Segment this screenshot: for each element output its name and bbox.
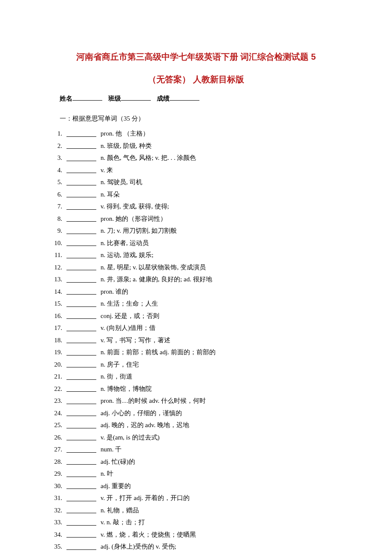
item-list: 1.pron. 他 （主格）2.n. 班级, 阶级, 种类3.n. 颜色, 气色… xyxy=(51,129,341,552)
item-definition: v. n. 敲；击；打 xyxy=(101,517,145,527)
answer-blank[interactable] xyxy=(66,459,96,465)
list-item: 4.v. 来 xyxy=(51,165,341,175)
item-definition: adj. 忙(碌)的 xyxy=(101,457,135,467)
answer-blank[interactable] xyxy=(66,508,96,513)
item-definition: pron. 他 （主格） xyxy=(101,129,149,139)
list-item: 31.v. 开，打开 adj. 开着的，开口的 xyxy=(51,493,341,503)
answer-blank[interactable] xyxy=(66,204,96,210)
list-item: 17.v. (向别人)借用；借 xyxy=(51,323,341,333)
list-item: 16. conj. 还是，或；否则 xyxy=(51,311,341,321)
item-number: 19. xyxy=(51,347,62,357)
answer-blank[interactable] xyxy=(66,471,96,477)
item-number: 30. xyxy=(51,481,62,491)
item-number: 2. xyxy=(51,141,62,151)
answer-blank[interactable] xyxy=(66,289,96,295)
answer-blank[interactable] xyxy=(66,338,96,343)
answer-blank[interactable] xyxy=(66,131,96,137)
list-item: 30.adj. 重要的 xyxy=(51,481,341,491)
item-number: 22. xyxy=(51,384,62,394)
answer-blank[interactable] xyxy=(66,143,96,149)
list-item: 18.v. 写，书写；写作，著述 xyxy=(51,335,341,345)
list-item: 5.n. 驾驶员, 司机 xyxy=(51,177,341,187)
item-number: 27. xyxy=(51,445,62,454)
answer-blank[interactable] xyxy=(66,496,96,501)
list-item: 32.n. 礼物，赠品 xyxy=(51,506,341,515)
answer-blank[interactable] xyxy=(66,168,96,173)
answer-blank[interactable] xyxy=(66,301,96,307)
list-item: 35.adj. (身体上)受伤的 v. 受伤; xyxy=(51,542,341,552)
item-definition: v. 来 xyxy=(101,165,113,175)
answer-blank[interactable] xyxy=(66,374,96,380)
answer-blank[interactable] xyxy=(66,483,96,489)
list-item: 15.n. 生活；生命；人生 xyxy=(51,299,341,309)
item-number: 21. xyxy=(51,372,62,382)
item-number: 24. xyxy=(51,408,62,418)
item-definition: n. 运动, 游戏, 娱乐; xyxy=(101,250,153,260)
answer-blank[interactable] xyxy=(66,156,96,161)
answer-blank[interactable] xyxy=(66,435,96,440)
answer-blank[interactable] xyxy=(66,240,96,246)
item-definition: n. 星, 明星; v. 以星状物装饰, 变成演员 xyxy=(101,263,206,272)
item-number: 12. xyxy=(51,263,62,272)
answer-blank[interactable] xyxy=(66,216,96,222)
item-definition: v. 燃，烧，着火；使烧焦；使晒黑 xyxy=(101,530,196,540)
item-number: 32. xyxy=(51,506,62,515)
answer-blank[interactable] xyxy=(66,399,96,404)
list-item: 3.n. 颜色, 气色, 风格; v. 把. . . 涂颜色 xyxy=(51,153,341,163)
item-number: 10. xyxy=(51,238,62,248)
item-definition: n. 生活；生命；人生 xyxy=(101,299,158,309)
answer-blank[interactable] xyxy=(66,313,96,319)
list-item: 34.v. 燃，烧，着火；使烧焦；使晒黑 xyxy=(51,530,341,540)
item-definition: pron. 谁的 xyxy=(101,287,128,297)
answer-blank[interactable] xyxy=(66,410,96,416)
item-definition: n. 博物馆，博物院 xyxy=(101,384,152,394)
list-item: 11.n. 运动, 游戏, 娱乐; xyxy=(51,250,341,260)
score-blank[interactable] xyxy=(170,95,199,101)
item-number: 33. xyxy=(51,517,62,527)
item-number: 3. xyxy=(51,153,62,163)
answer-blank[interactable] xyxy=(66,362,96,367)
item-number: 23. xyxy=(51,396,62,406)
answer-blank[interactable] xyxy=(66,326,96,331)
list-item: 21.n. 街，街道 xyxy=(51,372,341,382)
list-item: 27.num. 千 xyxy=(51,445,341,454)
item-definition: n. 前面；前部；前线 adj. 前面的；前部的 xyxy=(101,347,216,357)
item-definition: v. 开，打开 adj. 开着的，开口的 xyxy=(101,493,190,503)
name-blank[interactable] xyxy=(72,95,102,101)
answer-blank[interactable] xyxy=(66,265,96,270)
answer-blank[interactable] xyxy=(66,277,96,283)
answer-blank[interactable] xyxy=(66,350,96,356)
list-item: 6.n. 耳朵 xyxy=(51,190,341,199)
answer-blank[interactable] xyxy=(66,253,96,258)
answer-blank[interactable] xyxy=(66,544,96,550)
item-definition: n. 刀; v. 用刀切割, 如刀割般 xyxy=(101,226,177,236)
answer-blank[interactable] xyxy=(66,228,96,234)
answer-blank[interactable] xyxy=(66,520,96,526)
item-number: 13. xyxy=(51,275,62,284)
answer-blank[interactable] xyxy=(66,532,96,538)
list-item: 23.pron. 当…的时候 adv. 什么时候，何时 xyxy=(51,396,341,406)
item-number: 26. xyxy=(51,433,62,442)
list-item: 28.adj. 忙(碌)的 xyxy=(51,457,341,467)
list-item: 10.n. 比赛者, 运动员 xyxy=(51,238,341,248)
list-item: 13.n. 井, 源泉; a. 健康的, 良好的; ad. 很好地 xyxy=(51,275,341,284)
answer-blank[interactable] xyxy=(66,192,96,197)
item-number: 25. xyxy=(51,420,62,430)
answer-blank[interactable] xyxy=(66,447,96,453)
item-definition: n. 房子，住宅 xyxy=(101,360,139,370)
name-label: 姓名 xyxy=(60,95,72,102)
list-item: 9.n. 刀; v. 用刀切割, 如刀割般 xyxy=(51,226,341,236)
list-item: 22.n. 博物馆，博物院 xyxy=(51,384,341,394)
answer-blank[interactable] xyxy=(66,423,96,428)
item-definition: v. (向别人)借用；借 xyxy=(101,323,156,333)
class-blank[interactable] xyxy=(121,95,151,101)
answer-blank[interactable] xyxy=(66,386,96,392)
answer-blank[interactable] xyxy=(66,180,96,185)
item-definition: adj. 重要的 xyxy=(101,481,131,491)
item-number: 28. xyxy=(51,457,62,467)
item-number: 35. xyxy=(51,542,62,552)
item-number: 34. xyxy=(51,530,62,540)
list-item: 20.n. 房子，住宅 xyxy=(51,360,341,370)
item-definition: pron. 当…的时候 adv. 什么时候，何时 xyxy=(101,396,206,406)
list-item: 1.pron. 他 （主格） xyxy=(51,129,341,139)
